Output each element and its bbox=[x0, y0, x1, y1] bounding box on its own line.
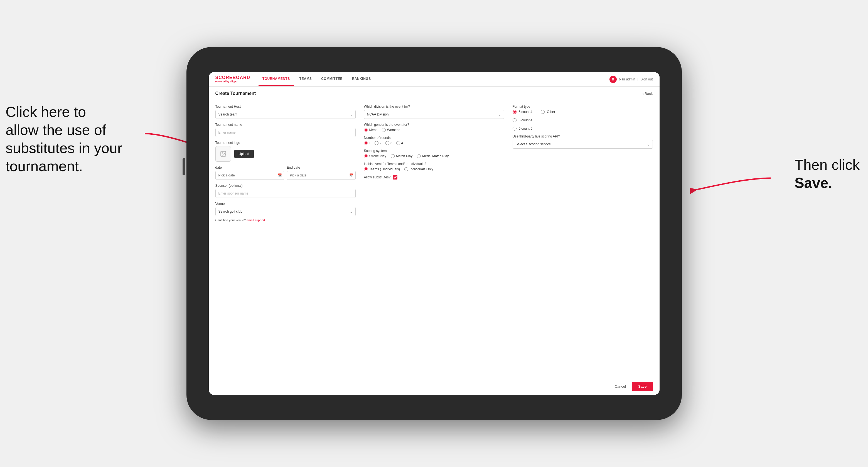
api-select[interactable]: Select a scoring service bbox=[513, 140, 653, 149]
form-col-left: Tournament Host Search team Tournament n… bbox=[215, 105, 356, 222]
logo-text-board: BOARD bbox=[232, 75, 250, 80]
event-type-radio-row: Teams (+Individuals) Individuals Only bbox=[364, 167, 504, 171]
logo-powered: Powered by clippd bbox=[215, 81, 250, 83]
format-5count4[interactable]: 5 count 4 bbox=[513, 110, 532, 114]
sign-out-link[interactable]: Sign out bbox=[640, 77, 653, 81]
scoring-medal-match[interactable]: Medal Match Play bbox=[417, 154, 448, 158]
tournament-logo-group: Tournament logo Upload bbox=[215, 141, 356, 162]
nav-rankings[interactable]: RANKINGS bbox=[348, 72, 375, 86]
round-2-radio[interactable] bbox=[375, 141, 378, 145]
page-header: Create Tournament ‹ Back bbox=[209, 87, 659, 99]
gender-label: Which gender is the event for? bbox=[364, 123, 504, 127]
division-select[interactable]: NCAA Division I bbox=[364, 110, 504, 119]
scoring-group: Scoring system Stroke Play Match Play bbox=[364, 149, 504, 158]
start-date-group: date bbox=[215, 165, 284, 180]
app-container: SCOREBOARD Powered by clippd TOURNAMENTS… bbox=[209, 72, 659, 395]
rounds-row: 1 2 3 bbox=[364, 141, 504, 145]
end-date-input[interactable] bbox=[287, 171, 356, 180]
annotation-left: Click here to allow the use of substitut… bbox=[6, 103, 122, 175]
round-2[interactable]: 2 bbox=[375, 141, 381, 145]
cancel-button[interactable]: Cancel bbox=[612, 382, 629, 391]
sponsor-label: Sponsor (optional) bbox=[215, 184, 356, 188]
tablet-shell: SCOREBOARD Powered by clippd TOURNAMENTS… bbox=[186, 47, 682, 420]
division-group: Which division is the event for? NCAA Di… bbox=[364, 105, 504, 119]
format-6count5-radio[interactable] bbox=[513, 127, 517, 130]
api-group: Use third-party live scoring API? Select… bbox=[513, 134, 653, 149]
event-teams-radio[interactable] bbox=[364, 167, 368, 171]
tournament-name-label: Tournament name bbox=[215, 123, 356, 127]
start-date-wrapper bbox=[215, 171, 284, 180]
round-1-radio[interactable] bbox=[364, 141, 368, 145]
venue-note: Can't find your venue? email support bbox=[215, 218, 356, 222]
round-3-radio[interactable] bbox=[385, 141, 389, 145]
division-label: Which division is the event for? bbox=[364, 105, 504, 108]
save-button[interactable]: Save bbox=[632, 382, 653, 391]
substitutes-checkbox[interactable] bbox=[393, 175, 397, 180]
nav-user: B blair admin | Sign out bbox=[610, 76, 653, 83]
back-label: Back bbox=[645, 92, 653, 96]
round-1[interactable]: 1 bbox=[364, 141, 371, 145]
nav-tournaments[interactable]: TOURNAMENTS bbox=[258, 72, 294, 86]
event-individuals-radio[interactable] bbox=[404, 167, 408, 171]
logo-placeholder bbox=[215, 146, 231, 162]
round-4[interactable]: 4 bbox=[396, 141, 403, 145]
format-other-radio[interactable] bbox=[541, 110, 545, 114]
scoring-stroke[interactable]: Stroke Play bbox=[364, 154, 386, 158]
rounds-group: Number of rounds 1 2 bbox=[364, 136, 504, 145]
event-type-group: Is this event for Teams and/or Individua… bbox=[364, 162, 504, 171]
start-date-input[interactable] bbox=[215, 171, 284, 180]
upload-button[interactable]: Upload bbox=[234, 150, 254, 158]
gender-womens-radio[interactable] bbox=[382, 128, 386, 132]
venue-group: Venue Search golf club Can't find your v… bbox=[215, 202, 356, 222]
format-5count4-radio[interactable] bbox=[513, 110, 517, 114]
format-6count4-radio[interactable] bbox=[513, 118, 517, 122]
sponsor-group: Sponsor (optional) bbox=[215, 184, 356, 198]
event-teams[interactable]: Teams (+Individuals) bbox=[364, 167, 400, 171]
substitutes-row: Allow substitutes? bbox=[364, 175, 504, 180]
venue-email-link[interactable]: email support bbox=[247, 218, 265, 222]
format-other[interactable]: Other bbox=[541, 110, 555, 114]
venue-select-wrapper: Search golf club bbox=[215, 207, 356, 216]
round-3[interactable]: 3 bbox=[385, 141, 393, 145]
scoring-stroke-radio[interactable] bbox=[364, 154, 368, 158]
gender-mens[interactable]: Mens bbox=[364, 128, 377, 132]
nav-links: TOURNAMENTS TEAMS COMMITTEE RANKINGS bbox=[258, 72, 610, 86]
form-body: Tournament Host Search team Tournament n… bbox=[209, 99, 659, 227]
scoring-medal-match-radio[interactable] bbox=[417, 154, 421, 158]
start-date-label: date bbox=[215, 165, 284, 169]
back-chevron-icon: ‹ bbox=[642, 92, 643, 96]
division-select-wrapper: NCAA Division I bbox=[364, 110, 504, 119]
api-label: Use third-party live scoring API? bbox=[513, 134, 653, 138]
gender-womens[interactable]: Womens bbox=[382, 128, 400, 132]
format-label: Format type bbox=[513, 105, 653, 108]
logo-text-score: SCORE bbox=[215, 75, 232, 80]
api-select-wrapper: Select a scoring service bbox=[513, 140, 653, 149]
logo-area: SCOREBOARD Powered by clippd bbox=[215, 75, 250, 83]
format-6count4[interactable]: 6 count 4 bbox=[513, 118, 532, 122]
format-left-col: 5 count 4 6 count 4 6 coun bbox=[513, 110, 532, 130]
back-link[interactable]: ‹ Back bbox=[642, 92, 653, 96]
round-4-radio[interactable] bbox=[396, 141, 400, 145]
user-name: blair admin bbox=[619, 77, 636, 81]
scoring-match[interactable]: Match Play bbox=[391, 154, 412, 158]
scoring-match-radio[interactable] bbox=[391, 154, 395, 158]
page-content: Create Tournament ‹ Back Tournament Host bbox=[209, 87, 659, 378]
nav-teams[interactable]: TEAMS bbox=[296, 72, 316, 86]
substitutes-label: Allow substitutes? bbox=[364, 175, 391, 179]
gender-mens-radio[interactable] bbox=[364, 128, 368, 132]
format-6count5[interactable]: 6 count 5 bbox=[513, 127, 532, 130]
tournament-host-select-wrapper: Search team bbox=[215, 110, 356, 119]
venue-select[interactable]: Search golf club bbox=[215, 207, 356, 216]
nav-divider: | bbox=[637, 77, 638, 81]
tablet-side-button bbox=[183, 158, 185, 175]
tournament-host-group: Tournament Host Search team bbox=[215, 105, 356, 119]
tournament-name-input[interactable] bbox=[215, 128, 356, 137]
date-row: date End date bbox=[215, 165, 356, 180]
form-footer: Cancel Save bbox=[209, 378, 659, 395]
gender-radio-row: Mens Womens bbox=[364, 128, 504, 132]
sponsor-input[interactable] bbox=[215, 189, 356, 198]
nav-committee[interactable]: COMMITTEE bbox=[317, 72, 346, 86]
tournament-logo-label: Tournament logo bbox=[215, 141, 356, 145]
tournament-host-select[interactable]: Search team bbox=[215, 110, 356, 119]
event-individuals[interactable]: Individuals Only bbox=[404, 167, 433, 171]
